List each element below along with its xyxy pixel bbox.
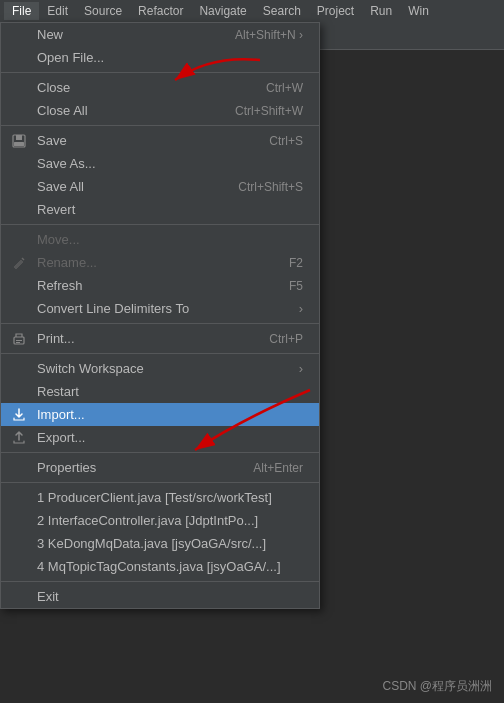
menu-item-revert[interactable]: Revert bbox=[1, 198, 319, 221]
menu-item-open-file[interactable]: Open File... bbox=[1, 46, 319, 69]
menu-item-exit[interactable]: Exit bbox=[1, 585, 319, 608]
revert-label: Revert bbox=[37, 202, 75, 217]
properties-shortcut: Alt+Enter bbox=[223, 461, 303, 475]
menu-source[interactable]: Source bbox=[76, 2, 130, 20]
menu-item-close-all[interactable]: Close All Ctrl+Shift+W bbox=[1, 99, 319, 122]
close-label: Close bbox=[37, 80, 70, 95]
refresh-shortcut: F5 bbox=[259, 279, 303, 293]
save-icon bbox=[9, 131, 29, 151]
restart-label: Restart bbox=[37, 384, 79, 399]
menu-item-new[interactable]: New Alt+Shift+N › bbox=[1, 23, 319, 46]
menu-item-properties[interactable]: Properties Alt+Enter bbox=[1, 456, 319, 479]
print-label: Print... bbox=[37, 331, 75, 346]
menu-item-print[interactable]: Print... Ctrl+P bbox=[1, 327, 319, 350]
menu-item-save-all[interactable]: Save All Ctrl+Shift+S bbox=[1, 175, 319, 198]
close-shortcut: Ctrl+W bbox=[236, 81, 303, 95]
menu-item-move: Move... bbox=[1, 228, 319, 251]
menu-file[interactable]: File bbox=[4, 2, 39, 20]
recent-4-label: 4 MqTopicTagConstants.java [jsyOaGA/...] bbox=[37, 559, 281, 574]
menu-item-recent-2[interactable]: 2 InterfaceController.java [JdptIntPo...… bbox=[1, 509, 319, 532]
import-label: Import... bbox=[37, 407, 85, 422]
new-label: New bbox=[37, 27, 63, 42]
new-shortcut: Alt+Shift+N › bbox=[205, 28, 303, 42]
rename-shortcut: F2 bbox=[259, 256, 303, 270]
menu-edit[interactable]: Edit bbox=[39, 2, 76, 20]
import-icon bbox=[9, 405, 29, 425]
refresh-label: Refresh bbox=[37, 278, 83, 293]
recent-1-label: 1 ProducerClient.java [Test/src/workTest… bbox=[37, 490, 272, 505]
convert-line-arrow-icon: › bbox=[299, 301, 303, 316]
menu-item-recent-1[interactable]: 1 ProducerClient.java [Test/src/workTest… bbox=[1, 486, 319, 509]
convert-line-label: Convert Line Delimiters To bbox=[37, 301, 189, 316]
separator-6 bbox=[1, 452, 319, 453]
switch-workspace-arrow-icon: › bbox=[299, 361, 303, 376]
menu-item-refresh[interactable]: Refresh F5 bbox=[1, 274, 319, 297]
print-icon bbox=[9, 329, 29, 349]
exit-label: Exit bbox=[37, 589, 59, 604]
menu-item-export[interactable]: Export... bbox=[1, 426, 319, 449]
separator-8 bbox=[1, 581, 319, 582]
export-label: Export... bbox=[37, 430, 85, 445]
separator-4 bbox=[1, 323, 319, 324]
menu-item-import[interactable]: Import... bbox=[1, 403, 319, 426]
separator-7 bbox=[1, 482, 319, 483]
menu-run[interactable]: Run bbox=[362, 2, 400, 20]
properties-label: Properties bbox=[37, 460, 96, 475]
menu-project[interactable]: Project bbox=[309, 2, 362, 20]
menu-item-recent-3[interactable]: 3 KeDongMqData.java [jsyOaGA/src/...] bbox=[1, 532, 319, 555]
switch-workspace-label: Switch Workspace bbox=[37, 361, 144, 376]
separator-3 bbox=[1, 224, 319, 225]
separator-2 bbox=[1, 125, 319, 126]
close-all-label: Close All bbox=[37, 103, 88, 118]
save-label: Save bbox=[37, 133, 67, 148]
menu-item-convert-line[interactable]: Convert Line Delimiters To › bbox=[1, 297, 319, 320]
export-icon bbox=[9, 428, 29, 448]
menu-search[interactable]: Search bbox=[255, 2, 309, 20]
svg-rect-1 bbox=[16, 135, 22, 140]
move-label: Move... bbox=[37, 232, 80, 247]
recent-3-label: 3 KeDongMqData.java [jsyOaGA/src/...] bbox=[37, 536, 266, 551]
menu-item-rename: Rename... F2 bbox=[1, 251, 319, 274]
watermark: CSDN @程序员洲洲 bbox=[382, 678, 492, 695]
menu-item-recent-4[interactable]: 4 MqTopicTagConstants.java [jsyOaGA/...] bbox=[1, 555, 319, 578]
menu-item-restart[interactable]: Restart bbox=[1, 380, 319, 403]
menu-item-save-as[interactable]: Save As... bbox=[1, 152, 319, 175]
menu-navigate[interactable]: Navigate bbox=[191, 2, 254, 20]
recent-2-label: 2 InterfaceController.java [JdptIntPo...… bbox=[37, 513, 258, 528]
file-dropdown-menu: New Alt+Shift+N › Open File... Close Ctr… bbox=[0, 22, 320, 609]
menu-item-switch-workspace[interactable]: Switch Workspace › bbox=[1, 357, 319, 380]
save-as-label: Save As... bbox=[37, 156, 96, 171]
print-shortcut: Ctrl+P bbox=[239, 332, 303, 346]
save-shortcut: Ctrl+S bbox=[239, 134, 303, 148]
menu-item-close[interactable]: Close Ctrl+W bbox=[1, 76, 319, 99]
save-all-shortcut: Ctrl+Shift+S bbox=[208, 180, 303, 194]
menu-refactor[interactable]: Refactor bbox=[130, 2, 191, 20]
save-all-label: Save All bbox=[37, 179, 84, 194]
open-file-label: Open File... bbox=[37, 50, 104, 65]
menu-item-save[interactable]: Save Ctrl+S bbox=[1, 129, 319, 152]
separator-1 bbox=[1, 72, 319, 73]
rename-label: Rename... bbox=[37, 255, 97, 270]
svg-rect-4 bbox=[16, 340, 22, 341]
menu-win[interactable]: Win bbox=[400, 2, 437, 20]
svg-rect-2 bbox=[14, 142, 24, 146]
separator-5 bbox=[1, 353, 319, 354]
svg-rect-5 bbox=[16, 342, 20, 343]
rename-icon bbox=[9, 253, 29, 273]
close-all-shortcut: Ctrl+Shift+W bbox=[205, 104, 303, 118]
menu-bar: File Edit Source Refactor Navigate Searc… bbox=[0, 0, 504, 22]
